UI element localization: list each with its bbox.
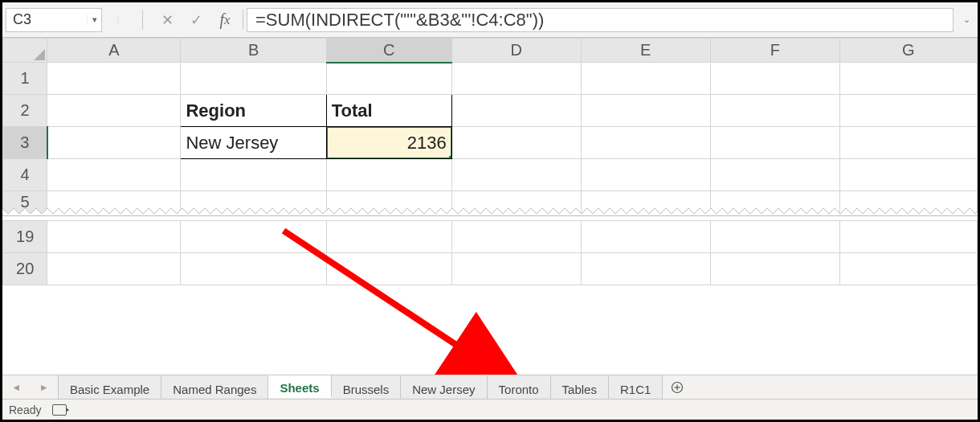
name-box-dropdown-icon[interactable]: ▾ — [87, 14, 101, 25]
cell-F20[interactable] — [710, 252, 839, 285]
cell-G4[interactable] — [839, 159, 977, 191]
cell-E3[interactable] — [581, 127, 710, 159]
cell-F4[interactable] — [710, 159, 839, 191]
cell-D19[interactable] — [451, 220, 581, 252]
cell-C1[interactable] — [326, 63, 451, 95]
sheet-tab-toronto[interactable]: Toronto — [488, 375, 551, 399]
cell-C20[interactable] — [326, 252, 451, 285]
cell-A20[interactable] — [47, 252, 181, 285]
cell-G19[interactable] — [839, 220, 977, 252]
name-box[interactable]: C3 ▾ — [6, 8, 102, 32]
sheet-tab-label: Named Ranges — [173, 383, 256, 396]
formula-text: =SUM(INDIRECT("'"&B3&"'!C4:C8")) — [255, 10, 544, 31]
tab-nav-prev-icon[interactable]: ◄ — [11, 382, 21, 393]
row-header-4[interactable]: 4 — [3, 159, 47, 191]
cell-E20[interactable] — [581, 252, 710, 285]
sheet-tab-label: Tables — [562, 383, 597, 396]
col-header-E[interactable]: E — [581, 39, 710, 63]
cell-G20[interactable] — [839, 252, 977, 285]
cell-B3[interactable]: New Jersey — [181, 127, 326, 159]
cell-F1[interactable] — [710, 63, 839, 95]
split-handle-icon[interactable]: ⋮ — [104, 8, 133, 32]
sheet-tab-label: New Jersey — [412, 383, 475, 396]
tab-nav-buttons[interactable]: ◄ ► — [2, 375, 59, 399]
col-header-F[interactable]: F — [710, 39, 839, 63]
cell-E4[interactable] — [581, 159, 710, 191]
cell-E1[interactable] — [581, 63, 710, 95]
cell-C3[interactable]: 2136 — [326, 127, 451, 159]
col-header-A[interactable]: A — [47, 39, 181, 63]
insert-function-button[interactable]: fx — [210, 8, 239, 32]
cell-F3[interactable] — [710, 127, 839, 159]
formula-input[interactable]: =SUM(INDIRECT("'"&B3&"'!C4:C8")) — [247, 8, 953, 32]
cell-C2[interactable]: Total — [326, 95, 451, 127]
cell-B4[interactable] — [181, 159, 326, 191]
sheet-tab-label: Brussels — [343, 383, 390, 396]
cell-D3[interactable] — [451, 127, 581, 159]
cell-C19[interactable] — [326, 220, 451, 252]
cell-G3[interactable] — [839, 127, 977, 159]
sheet-tab-label: Basic Example — [70, 383, 149, 396]
row-header-19[interactable]: 19 — [3, 220, 47, 252]
enter-formula-button[interactable]: ✓ — [182, 8, 210, 32]
plus-circle-icon — [671, 381, 684, 394]
status-bar: Ready — [2, 399, 978, 420]
cell-C4[interactable] — [326, 159, 451, 191]
cell-E19[interactable] — [581, 220, 710, 252]
formula-bar: C3 ▾ ⋮ ✕ ✓ fx =SUM(INDIRECT("'"&B3&"'!C4… — [2, 2, 978, 38]
row-header-1[interactable]: 1 — [3, 63, 47, 95]
rows-truncated-divider — [2, 204, 978, 220]
name-box-value: C3 — [6, 11, 87, 28]
cell-B20[interactable] — [181, 252, 326, 285]
macro-record-icon[interactable] — [52, 404, 67, 416]
cell-A4[interactable] — [47, 159, 181, 191]
sheet-tab-named-ranges[interactable]: Named Ranges — [161, 375, 268, 399]
status-state: Ready — [9, 404, 41, 416]
sheet-tab-new-jersey[interactable]: New Jersey — [401, 375, 487, 399]
cell-G2[interactable] — [839, 95, 977, 127]
cell-A2[interactable] — [47, 95, 181, 127]
cell-B19[interactable] — [181, 220, 326, 252]
sheet-tab-label: Sheets — [280, 381, 319, 395]
sheet-tab-label: Toronto — [499, 383, 539, 396]
cell-A3[interactable] — [47, 127, 181, 159]
sheet-tab-sheets[interactable]: Sheets — [268, 375, 331, 398]
sheet-tab-strip: ◄ ► Basic Example Named Ranges Sheets Br… — [2, 375, 978, 399]
cell-F2[interactable] — [710, 95, 839, 127]
cell-A1[interactable] — [47, 63, 181, 95]
select-all-corner[interactable] — [3, 39, 47, 63]
row-header-20[interactable]: 20 — [3, 252, 47, 285]
cell-F19[interactable] — [710, 220, 839, 252]
cell-D4[interactable] — [451, 159, 581, 191]
cell-A19[interactable] — [47, 220, 181, 252]
cell-G1[interactable] — [839, 63, 977, 95]
spreadsheet-grid[interactable]: A B C D E F G 1 2 Region Total 3 New Jer… — [2, 38, 978, 285]
sheet-tab-r1c1[interactable]: R1C1 — [609, 375, 663, 399]
sheet-tab-brussels[interactable]: Brussels — [332, 375, 402, 399]
col-header-B[interactable]: B — [181, 39, 326, 63]
row-header-2[interactable]: 2 — [3, 95, 47, 127]
cell-B2[interactable]: Region — [181, 95, 326, 127]
sheet-tab-label: R1C1 — [620, 383, 651, 396]
cell-E2[interactable] — [581, 95, 710, 127]
cancel-formula-button[interactable]: ✕ — [153, 8, 182, 32]
col-header-C[interactable]: C — [326, 39, 451, 63]
col-header-G[interactable]: G — [839, 39, 977, 63]
sheet-tab-tables[interactable]: Tables — [551, 375, 609, 399]
expand-formula-bar-icon[interactable]: ⌄ — [958, 14, 974, 25]
tab-nav-next-icon[interactable]: ► — [39, 382, 49, 393]
cell-D20[interactable] — [451, 252, 581, 285]
cell-D1[interactable] — [451, 63, 581, 95]
col-header-D[interactable]: D — [451, 39, 581, 63]
cell-D2[interactable] — [451, 95, 581, 127]
sheet-tab-basic-example[interactable]: Basic Example — [59, 375, 161, 399]
cell-B1[interactable] — [181, 63, 326, 95]
add-sheet-button[interactable] — [663, 375, 692, 399]
row-header-3[interactable]: 3 — [3, 127, 47, 159]
